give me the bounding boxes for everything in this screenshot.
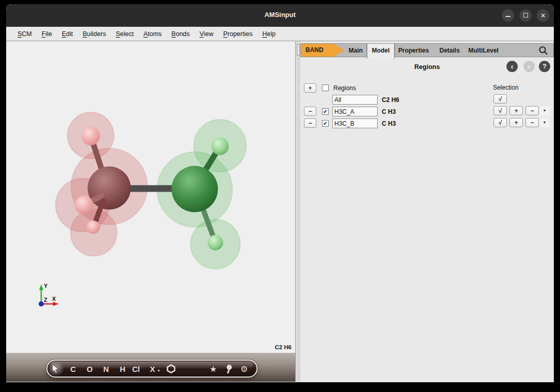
pin-tool-icon[interactable] [225,364,232,373]
nav-forward-button[interactable]: › [523,61,535,72]
region-a-checkbox[interactable]: ✔ [322,108,329,115]
menu-properties[interactable]: Properties [223,30,252,38]
settings-panel: BAND Main Model Properties Details Multi… [300,41,554,382]
menu-bar: SCM File Edit Builders Select Atoms Bond… [6,27,554,41]
add-selection-region-a-button[interactable]: + [510,106,523,115]
tab-main[interactable]: Main [344,47,367,54]
remove-region-b-button[interactable]: − [304,118,316,128]
atom-H[interactable] [87,220,100,234]
splitter-grip-icon[interactable] [297,44,300,56]
remove-region-a-button[interactable]: − [304,107,316,116]
atom-H[interactable] [208,235,223,250]
minimize-button[interactable] [502,9,514,22]
axis-z-label: Z [44,297,47,303]
element-toolbar: C O N H Cl X ▾ ★ ⚙ [46,360,258,378]
remove-selection-region-a-button[interactable]: − [525,106,539,115]
close-button[interactable]: × [537,9,549,22]
element-o-button[interactable]: O [87,364,93,373]
element-x-button[interactable]: X [150,364,155,373]
left-column: Y X Z C2 H6 C O N H Cl X [6,41,296,382]
tab-band[interactable]: BAND [301,44,344,57]
region-formula-all: C2 H6 [382,96,399,104]
menu-builders[interactable]: Builders [83,30,106,38]
add-region-button[interactable]: + [304,83,316,93]
atom-H[interactable] [81,127,100,145]
settings-gear-icon[interactable]: ⚙ [241,364,248,373]
search-icon[interactable] [538,45,549,56]
atom-H[interactable] [75,196,93,214]
axis-y-label: Y [44,283,48,289]
bottom-toolbar-area: C O N H Cl X ▾ ★ ⚙ [6,353,296,382]
region-formula-b: C H3 [382,120,396,127]
region-b-dropdown-icon[interactable]: ▼ [539,118,550,127]
axis-y-arrowhead [39,284,43,290]
regions-label: Regions [333,84,356,92]
tab-group-left: BAND Main [300,43,367,57]
axis-x-label: X [52,296,56,302]
element-cl-button[interactable]: Cl [132,364,140,373]
add-selection-region-b-button[interactable]: + [510,118,523,127]
molecule-viewport[interactable]: Y X Z C2 H6 [6,41,296,353]
title-bar: AMSinput × [6,4,554,27]
close-icon: × [541,9,545,22]
maximize-button[interactable] [519,9,532,22]
region-a-dropdown-icon[interactable]: ▼ [539,106,550,115]
region-name-field-a[interactable] [332,107,378,116]
axis-indicator: Y X Z [34,282,60,311]
ring-tool-icon[interactable] [166,364,176,373]
menu-edit[interactable]: Edit [62,30,73,38]
atom-H[interactable] [211,138,229,155]
region-b-checkbox[interactable]: ✔ [322,120,329,127]
regions-master-checkbox[interactable] [322,84,329,91]
tab-properties[interactable]: Properties [398,47,429,54]
tab-band-label: BAND [306,46,324,54]
help-button[interactable]: ? [539,61,550,72]
atom-C[interactable] [172,166,218,212]
element-c-button[interactable]: C [71,364,76,373]
tab-multilevel[interactable]: MultiLevel [468,47,499,54]
menu-bonds[interactable]: Bonds [172,30,190,38]
selection-label: Selection [493,84,518,91]
maximize-icon [523,13,528,18]
menu-help[interactable]: Help [262,30,276,38]
region-formula-a: C H3 [382,108,396,115]
select-all-region-button[interactable]: √ [494,94,507,104]
viewport-formula-label: C2 H6 [275,344,292,350]
menu-atoms[interactable]: Atoms [143,30,161,38]
region-name-field-b[interactable] [332,118,378,128]
window-title: AMSinput [6,11,554,19]
region-name-field-all[interactable] [332,95,378,105]
minimize-icon [505,16,511,17]
atom-C[interactable] [88,166,131,210]
select-region-b-button[interactable]: √ [494,118,507,127]
star-tool-icon[interactable]: ★ [210,364,217,373]
nav-back-button[interactable]: ‹ [506,61,518,72]
tab-group-right: Properties Details MultiLevel [395,43,554,57]
element-x-dropdown-icon[interactable]: ▾ [158,368,160,373]
axis-x-arrowhead [53,302,59,306]
menu-select[interactable]: Select [116,30,134,38]
element-n-button[interactable]: N [104,364,109,373]
axis-z-dot [39,301,44,306]
tab-model-selected[interactable]: Model [367,43,395,59]
menu-view[interactable]: View [199,30,213,38]
menu-scm[interactable]: SCM [18,30,32,38]
cursor-tool-icon[interactable] [52,364,59,373]
menu-file[interactable]: File [42,30,52,38]
select-region-a-button[interactable]: √ [494,106,507,115]
panel-splitter[interactable] [296,41,300,382]
remove-selection-region-b-button[interactable]: − [525,118,539,127]
app-window: AMSinput × SCM File Edit Builders Select… [6,4,554,382]
tab-details[interactable]: Details [439,47,460,54]
element-h-button[interactable]: H [120,364,126,373]
